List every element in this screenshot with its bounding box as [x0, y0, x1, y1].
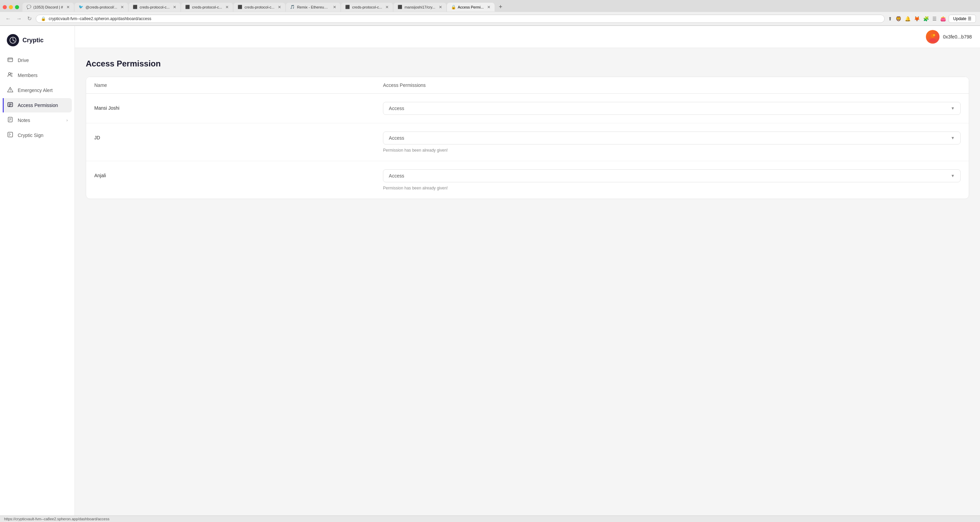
sidebar-toggle-icon[interactable]: ☰	[932, 15, 937, 22]
sidebar-item-members[interactable]: Members	[3, 68, 72, 83]
svg-point-21	[933, 34, 935, 36]
tab-close-creds3[interactable]: ✕	[225, 5, 229, 10]
update-label: Update	[953, 16, 966, 21]
tab-label-creds5: creds-protocol-c...	[352, 5, 382, 9]
tab-close-discord[interactable]: ✕	[66, 5, 70, 10]
address-bar[interactable]: 🔒 crypticvault-fvm--ca8ee2.spheron.app/d…	[36, 14, 885, 23]
access-label-jd: Access	[389, 135, 404, 141]
sidebar-item-access-permission[interactable]: Access Permission	[3, 98, 72, 112]
share-icon[interactable]: ⬆	[888, 15, 893, 22]
notification-icon[interactable]: 🔔	[904, 15, 911, 22]
sidebar-label-members: Members	[18, 73, 37, 78]
tab-close-creds2[interactable]: ✕	[173, 5, 176, 10]
tab-favicon-creds3: ⬛	[185, 5, 190, 10]
svg-point-20	[929, 38, 936, 42]
tab-label-access: Access Permi...	[458, 5, 484, 9]
url-text: crypticvault-fvm--ca8ee2.spheron.app/das…	[49, 16, 880, 21]
menu-icon: ☰	[968, 16, 972, 21]
tab-label-creds2: creds-protocol-c...	[140, 5, 170, 9]
back-button[interactable]: ←	[4, 14, 12, 23]
tab-close-creds5[interactable]: ✕	[385, 5, 389, 10]
main-content: 0x3fe0...b798 Access Permission Name Acc…	[75, 26, 980, 516]
chevron-down-icon-mansi: ▼	[951, 106, 955, 111]
tab-creds2[interactable]: ⬛ creds-protocol-c... ✕	[129, 3, 180, 11]
row-name-anjali: Anjali	[94, 169, 383, 178]
tab-close-creds4[interactable]: ✕	[278, 5, 281, 10]
fullscreen-traffic-light[interactable]	[15, 5, 19, 9]
access-dropdown-anjali[interactable]: Access ▼	[383, 169, 961, 182]
sidebar-item-notes[interactable]: Notes ›	[3, 113, 72, 128]
tab-close-mansi[interactable]: ✕	[439, 5, 442, 10]
sidebar-item-cryptic-sign[interactable]: Cryptic Sign	[3, 128, 72, 142]
permission-note-anjali: Permission has been already given!	[383, 186, 961, 190]
wallet-icon[interactable]: 👛	[940, 15, 947, 22]
tab-favicon-mansi: ⬛	[398, 5, 402, 10]
chevron-down-icon-anjali: ▼	[951, 174, 955, 178]
tab-label-discord: (1053) Discord | #	[33, 5, 63, 9]
permission-cell-mansi: Access ▼	[383, 102, 961, 115]
minimize-traffic-light[interactable]	[9, 5, 13, 9]
tab-label-mansi: mansijoshi17/cry...	[404, 5, 435, 9]
sidebar-item-emergency-alert[interactable]: Emergency Alert	[3, 83, 72, 97]
tab-close-creds1[interactable]: ✕	[121, 5, 124, 10]
close-traffic-light[interactable]	[3, 5, 7, 9]
shield-icon[interactable]: 🦁	[895, 15, 902, 22]
reload-button[interactable]: ↻	[26, 14, 33, 23]
tab-creds4[interactable]: ⬛ creds-protocol-c... ✕	[234, 3, 285, 11]
access-label-anjali: Access	[389, 173, 404, 179]
tab-creds1[interactable]: 🐦 @creds-protocol/... ✕	[75, 3, 128, 11]
svg-point-3	[8, 73, 11, 75]
sidebar-label-cryptic-sign: Cryptic Sign	[18, 132, 43, 138]
members-icon	[7, 72, 14, 79]
tab-favicon-discord: 💬	[27, 5, 31, 10]
sidebar-nav: Drive Members	[0, 53, 75, 142]
tab-mansi[interactable]: ⬛ mansijoshi17/cry... ✕	[393, 3, 446, 11]
access-dropdown-mansi[interactable]: Access ▼	[383, 102, 961, 115]
sidebar-label-access-permission: Access Permission	[18, 102, 58, 108]
tab-remix[interactable]: 🎵 Remix - Ethereum... ✕	[286, 3, 340, 11]
status-bar: https://crypticvault-fvm--ca8ee2.spheron…	[0, 516, 980, 522]
tab-favicon-remix: 🎵	[290, 5, 295, 10]
notes-icon	[7, 117, 14, 124]
tab-access[interactable]: 🔒 Access Permi... ✕	[447, 3, 495, 11]
sidebar-logo: Cryptic	[0, 31, 75, 53]
tab-label-creds4: creds-protocol-c...	[244, 5, 274, 9]
traffic-lights	[3, 5, 19, 9]
tab-favicon-creds1: 🐦	[79, 5, 83, 10]
access-dropdown-jd[interactable]: Access ▼	[383, 131, 961, 144]
table-header: Name Access Permissions	[86, 77, 969, 94]
sidebar: Cryptic Drive	[0, 26, 75, 516]
fox-icon[interactable]: 🦊	[913, 15, 920, 22]
tab-discord[interactable]: 💬 (1053) Discord | # ✕	[22, 3, 74, 11]
content-area: Access Permission Name Access Permission…	[75, 48, 980, 516]
page-title: Access Permission	[86, 59, 969, 69]
permission-cell-anjali: Access ▼ Permission has been already giv…	[383, 169, 961, 190]
tab-creds5[interactable]: ⬛ creds-protocol-c... ✕	[341, 3, 393, 11]
chevron-down-icon-jd: ▼	[951, 136, 955, 140]
header-access: Access Permissions	[383, 83, 961, 88]
access-label-mansi: Access	[389, 105, 404, 111]
svg-rect-2	[8, 60, 9, 61]
sidebar-label-drive: Drive	[18, 57, 29, 63]
tab-row: 💬 (1053) Discord | # ✕ 🐦 @creds-protocol…	[22, 2, 506, 12]
wallet-address: 0x3fe0...b798	[943, 34, 972, 40]
tab-favicon-creds2: ⬛	[133, 5, 137, 10]
toolbar-actions: ⬆ 🦁 🔔 🦊 🧩 ☰ 👛 Update ☰	[888, 14, 976, 23]
toolbar: ← → ↻ 🔒 crypticvault-fvm--ca8ee2.spheron…	[0, 12, 980, 26]
new-tab-button[interactable]: +	[495, 2, 506, 12]
notes-chevron-icon: ›	[66, 118, 68, 123]
svg-point-4	[11, 73, 12, 74]
extensions-icon[interactable]: 🧩	[923, 15, 930, 22]
cryptic-sign-icon	[7, 131, 14, 139]
sidebar-item-drive[interactable]: Drive	[3, 53, 72, 67]
tab-creds3[interactable]: ⬛ creds-protocol-c... ✕	[181, 3, 233, 11]
tab-label-creds3: creds-protocol-c...	[192, 5, 222, 9]
tab-close-remix[interactable]: ✕	[333, 5, 336, 10]
svg-rect-1	[8, 58, 13, 62]
tab-label-remix: Remix - Ethereum...	[297, 5, 329, 9]
forward-button[interactable]: →	[15, 14, 23, 23]
header: 0x3fe0...b798	[75, 26, 980, 48]
update-button[interactable]: Update ☰	[949, 14, 976, 23]
tab-close-access[interactable]: ✕	[487, 5, 490, 10]
browser-chrome: 💬 (1053) Discord | # ✕ 🐦 @creds-protocol…	[0, 0, 980, 26]
